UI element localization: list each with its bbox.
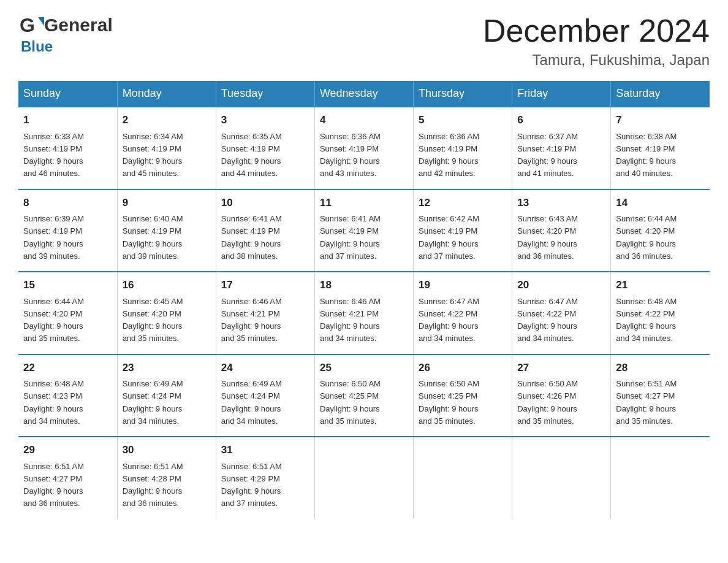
- day-info: Sunrise: 6:46 AMSunset: 4:21 PMDaylight:…: [320, 297, 381, 343]
- day-info: Sunrise: 6:51 AMSunset: 4:27 PMDaylight:…: [616, 379, 677, 426]
- day-number: 13: [517, 195, 605, 211]
- calendar-day-cell: 25Sunrise: 6:50 AMSunset: 4:25 PMDayligh…: [314, 354, 413, 437]
- calendar-day-cell: 15Sunrise: 6:44 AMSunset: 4:20 PMDayligh…: [18, 272, 117, 354]
- day-number: 27: [517, 360, 605, 376]
- day-number: 16: [123, 277, 211, 293]
- calendar-day-cell: 17Sunrise: 6:46 AMSunset: 4:21 PMDayligh…: [216, 272, 314, 354]
- day-number: 10: [221, 195, 309, 211]
- day-number: 31: [221, 442, 309, 458]
- day-info: Sunrise: 6:51 AMSunset: 4:27 PMDaylight:…: [23, 462, 84, 508]
- calendar-day-cell: 5Sunrise: 6:36 AMSunset: 4:19 PMDaylight…: [414, 107, 512, 190]
- day-number: 3: [221, 112, 309, 128]
- calendar-table: SundayMondayTuesdayWednesdayThursdayFrid…: [18, 81, 710, 519]
- day-info: Sunrise: 6:45 AMSunset: 4:20 PMDaylight:…: [123, 297, 183, 343]
- calendar-empty-cell: [512, 437, 611, 519]
- calendar-day-cell: 22Sunrise: 6:48 AMSunset: 4:23 PMDayligh…: [18, 354, 117, 437]
- day-number: 11: [320, 195, 408, 211]
- day-number: 22: [23, 360, 112, 376]
- calendar-empty-cell: [611, 437, 710, 519]
- day-number: 4: [320, 112, 408, 128]
- calendar-week-row: 8Sunrise: 6:39 AMSunset: 4:19 PMDaylight…: [18, 190, 710, 272]
- day-info: Sunrise: 6:35 AMSunset: 4:19 PMDaylight:…: [221, 132, 282, 178]
- calendar-day-cell: 28Sunrise: 6:51 AMSunset: 4:27 PMDayligh…: [611, 354, 710, 437]
- weekday-header-tuesday: Tuesday: [216, 81, 314, 107]
- day-info: Sunrise: 6:47 AMSunset: 4:22 PMDaylight:…: [517, 297, 578, 343]
- calendar-day-cell: 19Sunrise: 6:47 AMSunset: 4:22 PMDayligh…: [414, 272, 512, 354]
- calendar-day-cell: 23Sunrise: 6:49 AMSunset: 4:24 PMDayligh…: [117, 354, 216, 437]
- calendar-day-cell: 11Sunrise: 6:41 AMSunset: 4:19 PMDayligh…: [314, 190, 413, 272]
- day-number: 28: [616, 360, 705, 376]
- page-header: G General Blue December 2024 Tamura, Fuk…: [18, 12, 710, 69]
- calendar-week-row: 22Sunrise: 6:48 AMSunset: 4:23 PMDayligh…: [18, 354, 710, 437]
- weekday-header-saturday: Saturday: [611, 81, 710, 107]
- day-number: 23: [123, 360, 211, 376]
- day-number: 6: [517, 112, 605, 128]
- day-info: Sunrise: 6:44 AMSunset: 4:20 PMDaylight:…: [616, 214, 677, 261]
- logo-general-text: General: [44, 15, 113, 36]
- calendar-day-cell: 29Sunrise: 6:51 AMSunset: 4:27 PMDayligh…: [18, 437, 117, 519]
- calendar-day-cell: 26Sunrise: 6:50 AMSunset: 4:25 PMDayligh…: [414, 354, 512, 437]
- calendar-day-cell: 13Sunrise: 6:43 AMSunset: 4:20 PMDayligh…: [512, 190, 611, 272]
- day-number: 15: [23, 277, 112, 293]
- svg-marker-1: [38, 17, 44, 26]
- calendar-day-cell: 16Sunrise: 6:45 AMSunset: 4:20 PMDayligh…: [117, 272, 216, 354]
- day-number: 26: [419, 360, 507, 376]
- day-info: Sunrise: 6:34 AMSunset: 4:19 PMDaylight:…: [123, 132, 183, 178]
- weekday-header-wednesday: Wednesday: [314, 81, 413, 107]
- day-number: 24: [221, 360, 309, 376]
- calendar-day-cell: 6Sunrise: 6:37 AMSunset: 4:19 PMDaylight…: [512, 107, 611, 190]
- day-info: Sunrise: 6:50 AMSunset: 4:25 PMDaylight:…: [320, 379, 381, 426]
- logo: G General Blue: [18, 12, 113, 55]
- day-number: 17: [221, 277, 309, 293]
- day-info: Sunrise: 6:51 AMSunset: 4:29 PMDaylight:…: [221, 462, 282, 508]
- calendar-empty-cell: [314, 437, 413, 519]
- title-section: December 2024 Tamura, Fukushima, Japan: [483, 12, 710, 69]
- day-info: Sunrise: 6:50 AMSunset: 4:26 PMDaylight:…: [517, 379, 578, 426]
- day-info: Sunrise: 6:46 AMSunset: 4:21 PMDaylight:…: [221, 297, 282, 343]
- day-info: Sunrise: 6:33 AMSunset: 4:19 PMDaylight:…: [23, 132, 84, 178]
- weekday-header-sunday: Sunday: [18, 81, 117, 107]
- calendar-day-cell: 12Sunrise: 6:42 AMSunset: 4:19 PMDayligh…: [414, 190, 512, 272]
- day-info: Sunrise: 6:38 AMSunset: 4:19 PMDaylight:…: [616, 132, 677, 178]
- calendar-day-cell: 10Sunrise: 6:41 AMSunset: 4:19 PMDayligh…: [216, 190, 314, 272]
- calendar-day-cell: 18Sunrise: 6:46 AMSunset: 4:21 PMDayligh…: [314, 272, 413, 354]
- day-info: Sunrise: 6:50 AMSunset: 4:25 PMDaylight:…: [419, 379, 479, 426]
- calendar-day-cell: 9Sunrise: 6:40 AMSunset: 4:19 PMDaylight…: [117, 190, 216, 272]
- day-number: 8: [23, 195, 112, 211]
- calendar-day-cell: 3Sunrise: 6:35 AMSunset: 4:19 PMDaylight…: [216, 107, 314, 190]
- day-info: Sunrise: 6:47 AMSunset: 4:22 PMDaylight:…: [419, 297, 479, 343]
- day-info: Sunrise: 6:51 AMSunset: 4:28 PMDaylight:…: [123, 462, 183, 508]
- day-info: Sunrise: 6:48 AMSunset: 4:23 PMDaylight:…: [23, 379, 84, 426]
- day-number: 12: [419, 195, 507, 211]
- calendar-day-cell: 1Sunrise: 6:33 AMSunset: 4:19 PMDaylight…: [18, 107, 117, 190]
- calendar-day-cell: 20Sunrise: 6:47 AMSunset: 4:22 PMDayligh…: [512, 272, 611, 354]
- calendar-day-cell: 30Sunrise: 6:51 AMSunset: 4:28 PMDayligh…: [117, 437, 216, 519]
- calendar-day-cell: 27Sunrise: 6:50 AMSunset: 4:26 PMDayligh…: [512, 354, 611, 437]
- calendar-day-cell: 8Sunrise: 6:39 AMSunset: 4:19 PMDaylight…: [18, 190, 117, 272]
- day-info: Sunrise: 6:48 AMSunset: 4:22 PMDaylight:…: [616, 297, 677, 343]
- day-info: Sunrise: 6:49 AMSunset: 4:24 PMDaylight:…: [221, 379, 282, 426]
- day-number: 19: [419, 277, 507, 293]
- day-info: Sunrise: 6:39 AMSunset: 4:19 PMDaylight:…: [23, 214, 84, 261]
- month-title: December 2024: [483, 12, 710, 49]
- calendar-day-cell: 24Sunrise: 6:49 AMSunset: 4:24 PMDayligh…: [216, 354, 314, 437]
- weekday-header-friday: Friday: [512, 81, 611, 107]
- day-info: Sunrise: 6:41 AMSunset: 4:19 PMDaylight:…: [221, 214, 282, 261]
- calendar-day-cell: 4Sunrise: 6:36 AMSunset: 4:19 PMDaylight…: [314, 107, 413, 190]
- day-info: Sunrise: 6:49 AMSunset: 4:24 PMDaylight:…: [123, 379, 183, 426]
- logo-blue-text: Blue: [21, 38, 53, 55]
- calendar-day-cell: 14Sunrise: 6:44 AMSunset: 4:20 PMDayligh…: [611, 190, 710, 272]
- day-number: 29: [23, 442, 112, 458]
- day-number: 7: [616, 112, 705, 128]
- day-number: 5: [419, 112, 507, 128]
- calendar-day-cell: 31Sunrise: 6:51 AMSunset: 4:29 PMDayligh…: [216, 437, 314, 519]
- day-number: 2: [123, 112, 211, 128]
- calendar-week-row: 15Sunrise: 6:44 AMSunset: 4:20 PMDayligh…: [18, 272, 710, 354]
- day-number: 20: [517, 277, 605, 293]
- calendar-week-row: 1Sunrise: 6:33 AMSunset: 4:19 PMDaylight…: [18, 107, 710, 190]
- calendar-week-row: 29Sunrise: 6:51 AMSunset: 4:27 PMDayligh…: [18, 437, 710, 519]
- logo-icon: G: [18, 12, 44, 38]
- calendar-empty-cell: [414, 437, 512, 519]
- day-info: Sunrise: 6:36 AMSunset: 4:19 PMDaylight:…: [419, 132, 479, 178]
- day-info: Sunrise: 6:37 AMSunset: 4:19 PMDaylight:…: [517, 132, 578, 178]
